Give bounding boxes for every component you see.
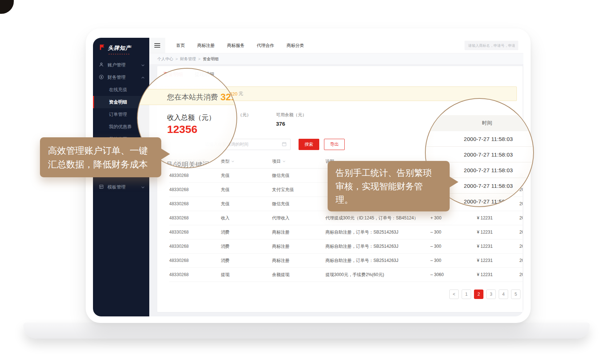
nav-item-home[interactable]: 首页 <box>176 43 185 49</box>
pagination-page-2-active[interactable]: 2 <box>474 290 483 299</box>
pagination-page-3[interactable]: 3 <box>486 290 496 299</box>
callout-right-line2: 审核，实现智能财务管 <box>336 179 442 193</box>
pagination: < 1 2 3 4 5 <box>449 290 520 299</box>
laptop-base <box>23 323 590 339</box>
breadcrumb-finance[interactable]: 财务管理 <box>180 56 200 62</box>
callout-left-line1: 高效管理账户订单、一键 <box>48 143 153 157</box>
sidebar-item-account[interactable]: 账户管理 <box>93 59 149 71</box>
chevron-up-icon <box>141 75 145 80</box>
nav-item-agency-cooperation[interactable]: 代理合作 <box>257 43 274 49</box>
hamburger-menu-icon[interactable] <box>149 38 165 53</box>
callout-arrow-right-icon <box>161 148 170 160</box>
logo-subtext-decoration <box>109 54 130 54</box>
sidebar-item-template-management[interactable]: 模板管理 <box>93 181 149 193</box>
calendar-icon <box>282 142 287 147</box>
callout-right: 告别手工统计、告别繁琐 审核，实现智能财务管 理。 <box>328 161 450 211</box>
search-button[interactable]: 搜索 <box>299 139 319 150</box>
table-row[interactable]: 48330268提现余额提现提现3000元，手续费2%(60元)– 3060¥ … <box>169 268 523 282</box>
magnified-consumption-banner: 您在本站共消费 32124 大 <box>137 89 237 105</box>
table-row[interactable]: 48330268收入代理收入代理提成300元（ID:1245，订单号：SB451… <box>169 211 523 225</box>
breadcrumb: 个人中心 财务管理 资金明细 <box>149 53 523 65</box>
export-button[interactable]: 导出 <box>324 139 345 150</box>
banner-prefix: 您在本站共消费 <box>167 92 218 102</box>
trademark-search-input[interactable] <box>465 41 518 50</box>
sidebar-item-online-recharge[interactable]: 在线充值 <box>93 84 149 96</box>
top-navigation: 首页 商标注册 商标服务 代理合作 商标分类 <box>149 38 523 53</box>
callout-right-line1: 告别手工统计、告别繁琐 <box>336 166 442 179</box>
available-balance-label: 可用余额（元） <box>276 112 307 117</box>
template-icon <box>99 184 104 190</box>
income-total-label: 收入总额（元） <box>167 113 215 122</box>
banner-suffix-unit: 元 <box>239 90 243 97</box>
available-balance-value: 376 <box>276 121 307 127</box>
nav-item-trademark-service[interactable]: 商标服务 <box>227 43 244 49</box>
table-row[interactable]: 48330268消费商标注册商标自助注册，订单号：SB2514263J– 300… <box>169 254 523 268</box>
income-total-value: 12356 <box>167 123 197 136</box>
user-icon <box>99 62 104 68</box>
card-tabs: 资金明细 提现明细 <box>163 71 523 78</box>
header-type[interactable]: 类型 <box>221 158 272 165</box>
sidebar-item-label: 账户管理 <box>108 62 126 68</box>
callout-right-line3: 理。 <box>336 193 442 206</box>
chevron-down-icon <box>141 62 145 68</box>
nav-item-trademark-register[interactable]: 商标注册 <box>197 43 215 49</box>
magnified-time-header: 时间 <box>426 115 533 131</box>
chevron-down-icon <box>283 161 285 162</box>
logo: 头牌知产 <box>93 38 149 59</box>
pagination-page-1[interactable]: 1 <box>462 290 471 299</box>
callout-left-line2: 汇总数据，降低财务成本 <box>48 157 153 171</box>
pagination-page-5[interactable]: 5 <box>511 290 520 299</box>
expense-label-fragment: （元） <box>238 112 251 118</box>
pagination-prev-button[interactable]: < <box>449 290 459 299</box>
callout-left: 高效管理账户订单、一键 汇总数据，降低财务成本 <box>40 137 161 177</box>
sidebar-item-label: 财务管理 <box>108 74 126 81</box>
time-value: 2000-7-27 11:58:03 <box>426 147 533 162</box>
header-project[interactable]: 项目 <box>272 158 325 165</box>
time-value: 2000-7-27 11:58:03 <box>426 131 533 147</box>
corner-decoration <box>0 0 14 14</box>
nav-item-trademark-category[interactable]: 商标分类 <box>287 43 304 49</box>
chevron-down-icon <box>231 161 234 162</box>
breadcrumb-personal-center[interactable]: 个人中心 <box>157 56 178 62</box>
callout-arrow-right-icon <box>449 176 458 188</box>
breadcrumb-fund-details: 资金明细 <box>203 56 219 62</box>
logo-text: 头牌知产 <box>108 45 131 52</box>
chevron-down-icon <box>141 185 145 190</box>
sidebar-item-finance[interactable]: 财务管理 <box>93 71 149 84</box>
finance-yuan-icon <box>99 74 104 81</box>
primary-nav: 首页 商标注册 商标服务 代理合作 商标分类 <box>176 43 304 49</box>
logo-flag-icon <box>98 44 105 52</box>
table-row[interactable]: 48330268消费商标注册商标自助注册，订单号：SB2514263J– 300… <box>169 225 523 239</box>
pagination-page-4[interactable]: 4 <box>499 290 508 299</box>
sidebar-item-label: 模板管理 <box>108 184 126 190</box>
table-row[interactable]: 48330268消费商标注册商标自助注册，订单号：SB2514263J– 300… <box>169 239 523 254</box>
available-balance-stat: 可用余额（元） 376 <box>276 112 307 127</box>
